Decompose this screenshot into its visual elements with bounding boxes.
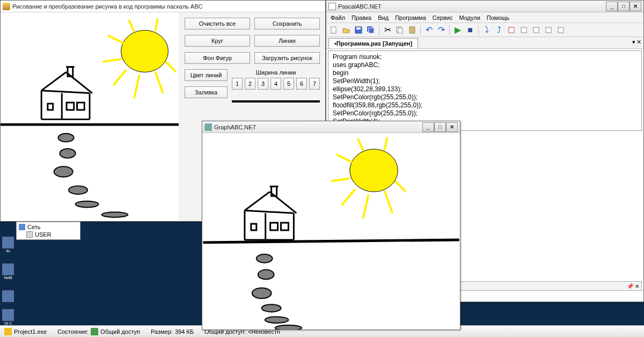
minimize-button[interactable]: _ [606,2,618,11]
desktop-icon[interactable]: Qt C [1,309,15,326]
status-size: Размер: 394 КБ [151,328,194,335]
code-editor[interactable]: Program risunok; uses graphABC; begin Se… [328,50,642,131]
cut-icon[interactable]: ✂ [382,25,393,35]
copy-icon[interactable] [394,25,405,35]
close-panel-icon[interactable]: ✕ [635,283,639,289]
stop-icon[interactable]: ■ [465,25,475,35]
svg-rect-35 [409,27,415,33]
open-icon[interactable] [341,25,352,35]
code-line: SetPenColor(rgb(255,255,0)); [333,109,637,118]
graph-canvas [202,133,460,329]
run-icon[interactable]: ▶ [452,25,463,35]
svg-point-23 [60,149,75,158]
code-line: SetPenColor(rgb(255,255,0)); [333,93,637,101]
width-6[interactable]: 6 [296,78,307,90]
svg-line-7 [129,20,134,32]
svg-point-63 [257,254,273,263]
window-title: Рисование и преобразование рисунка в код… [12,3,203,10]
svg-line-3 [113,70,126,85]
svg-point-0 [121,30,169,72]
minimize-button[interactable]: _ [422,122,434,132]
status-project: Project1.exe [4,328,47,335]
svg-point-66 [262,304,281,312]
tree-item-network[interactable]: Сеть [19,223,78,231]
computer-icon [26,231,33,238]
maximize-button[interactable]: □ [434,122,446,132]
svg-rect-30 [356,27,361,30]
tree-item-user[interactable]: USER [19,231,78,238]
width-3[interactable]: 3 [258,78,268,90]
svg-line-45 [363,194,369,218]
desktop-icon[interactable] [1,290,15,307]
width-7[interactable]: 7 [309,78,320,90]
tool-icon[interactable] [518,25,529,35]
share-icon [91,328,98,335]
svg-line-49 [384,137,387,150]
menu-view[interactable]: Вид [378,14,389,21]
svg-line-15 [41,91,90,93]
tab-program[interactable]: •Программа.pas [Запущен] [328,38,418,48]
svg-rect-61 [270,223,278,230]
pin-icon[interactable]: 📌 [627,283,633,289]
undo-icon[interactable]: ↶ [423,25,434,35]
menu-service[interactable]: Сервис [433,14,453,21]
svg-line-56 [245,210,294,213]
tool-icon[interactable] [506,25,517,35]
line-width-group: 1 2 3 4 5 6 7 [232,78,320,90]
svg-rect-62 [281,223,289,230]
tab-dropdown-icon[interactable]: ▾ [632,39,635,46]
close-button[interactable]: ✕ [630,2,641,11]
titlebar[interactable]: Рисование и преобразование рисунка в код… [1,1,325,12]
new-file-icon[interactable] [328,25,339,35]
close-button[interactable]: ✕ [446,122,458,132]
desktop-icon[interactable]: NetB [1,263,15,280]
toolbar: ✂ ↶ ↷ ▶ ■ ⤵ ⤴ [326,23,643,37]
tab-close-icon[interactable]: ✕ [636,39,641,46]
menu-modules[interactable]: Модули [459,14,480,21]
step-over-icon[interactable]: ⤴ [494,25,504,35]
desktop-icon[interactable]: 4с [1,236,15,253]
app-icon [3,3,10,10]
tool-icon[interactable] [543,25,554,35]
load-image-button[interactable]: Загрузить рисунок [254,52,320,64]
app-icon [328,3,336,10]
menu-file[interactable]: Файл [331,14,345,21]
svg-line-50 [203,240,459,243]
window-title: GraphABC.NET [214,124,256,130]
svg-line-1 [108,35,123,43]
svg-point-65 [252,288,272,298]
step-into-icon[interactable]: ⤵ [481,25,492,35]
code-line: begin [333,69,637,77]
save-button[interactable]: Сохранить [254,18,320,30]
fill-button[interactable]: Заливка [185,86,228,98]
titlebar[interactable]: GraphABC.NET _ □ ✕ [202,121,460,133]
clear-all-button[interactable]: Очистить все [185,18,250,30]
width-1[interactable]: 1 [232,78,243,90]
titlebar[interactable]: PascalABC.NET _ □ ✕ [326,1,643,12]
paste-icon[interactable] [407,25,418,35]
svg-rect-39 [546,27,551,33]
redo-icon[interactable]: ↷ [436,25,447,35]
canvas[interactable] [1,12,179,221]
code-line: SetPenWidth(1); [333,77,637,85]
exe-icon [4,328,12,335]
circle-button[interactable]: Круг [185,35,250,47]
width-2[interactable]: 2 [245,78,255,90]
line-color-button[interactable]: Цвет линий [185,69,228,81]
maximize-button[interactable]: □ [618,2,630,11]
svg-rect-21 [77,102,85,110]
code-line: ellipse(302,28,389,133); [333,85,637,93]
menu-program[interactable]: Программа [395,14,426,21]
width-4[interactable]: 4 [270,78,281,90]
line-width-label: Ширина линии [232,69,320,76]
bg-shapes-button[interactable]: Фон Фигур [185,52,250,64]
tool-icon[interactable] [531,25,541,35]
save-icon[interactable] [353,25,364,35]
width-5[interactable]: 5 [283,78,294,90]
explorer-tree: Сеть USER [16,222,80,240]
menu-edit[interactable]: Правка [352,14,371,21]
save-all-icon[interactable] [365,25,376,35]
menu-help[interactable]: Помощь [487,14,510,21]
tool-icon[interactable] [555,25,566,35]
line-button[interactable]: Линия [254,35,320,47]
